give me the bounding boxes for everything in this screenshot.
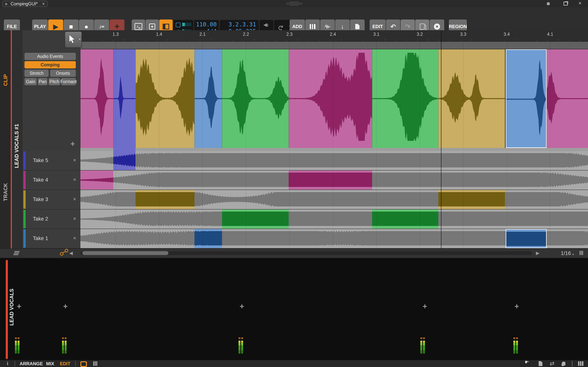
pitch-button[interactable]: Pitch (49, 78, 60, 85)
take-used-segment[interactable] (194, 229, 222, 248)
h-scrollbar[interactable] (80, 251, 532, 255)
take-lane-1[interactable] (80, 229, 588, 249)
take-lane-2[interactable] (80, 209, 588, 229)
take-lane-4[interactable] (80, 170, 588, 190)
transport-bar: FILE PLAY ▶ ■ ● ♪w + ♪w + ⇄ 110.00 4/4 3… (0, 7, 588, 31)
session-indicator (547, 2, 550, 5)
add-device-button-2[interactable]: + (63, 302, 68, 311)
h-scrollbar-thumb[interactable] (82, 251, 168, 255)
scroll-right-icon[interactable]: ▶ (536, 250, 539, 256)
delete-icon: × (434, 24, 440, 30)
add-device-button-4[interactable]: + (423, 302, 427, 311)
chain-meter-2 (62, 338, 67, 354)
tab-play-icon: ▶ (5, 2, 8, 6)
add-take-button[interactable]: + (70, 140, 75, 148)
onsets-button[interactable]: Onsets (50, 70, 76, 77)
take-header-5[interactable]: Take 5× (23, 151, 80, 170)
document-tab[interactable]: ▶ CompingGUI* × (2, 1, 48, 7)
comping-button[interactable]: Comping (25, 61, 76, 68)
loop-icon[interactable]: ↻ (277, 25, 285, 31)
ruler-tick: 3.2 (417, 32, 423, 37)
stretch-button[interactable]: Stretch (25, 70, 49, 77)
info-icon[interactable]: i (7, 360, 8, 367)
arrange-tab[interactable]: ARRANGE (19, 361, 43, 367)
grid-size-value[interactable]: 1/16 ▴ (561, 250, 574, 256)
comp-section-green[interactable] (222, 49, 289, 148)
take-lane-list (80, 151, 588, 249)
document-title: CompingGUI* (10, 1, 38, 7)
punch-in-icon[interactable]: ◀‖ (263, 22, 268, 28)
take-header-2[interactable]: Take 2× (23, 209, 80, 229)
take-remove-button[interactable]: × (73, 216, 76, 222)
ruler-tick: 2.3 (286, 32, 293, 37)
take-header-4[interactable]: Take 4× (23, 170, 80, 190)
take-remove-button[interactable]: × (73, 196, 76, 202)
take-lane-5[interactable] (80, 151, 588, 170)
mix-tab[interactable]: MIX (46, 361, 54, 367)
link-takes-icon[interactable] (61, 250, 67, 254)
audio-events-button[interactable]: Audio Events (25, 53, 76, 60)
edit-tab[interactable]: EDIT (60, 361, 70, 367)
take-used-segment[interactable] (506, 229, 547, 248)
timeline-ruler[interactable]: 1.31.42.12.22.32.43.13.23.33.44.1 (80, 30, 588, 42)
take-used-segment[interactable] (372, 209, 438, 229)
clip-tab[interactable]: CLIP (3, 74, 9, 86)
bitwig-window: ▶ CompingGUI* × × FILE PLAY ▶ ■ ● ♪w + ♪… (0, 0, 588, 367)
comp-section-blue[interactable] (506, 49, 547, 148)
formant-button[interactable]: Formant (61, 78, 76, 85)
scroll-left-icon[interactable]: ◀ (69, 250, 73, 256)
take-used-segment[interactable] (222, 209, 289, 229)
ruler-tick: 2.1 (199, 32, 206, 37)
comp-section-olive[interactable] (136, 49, 194, 148)
comp-section-blue[interactable] (194, 49, 222, 148)
add-device-button-3[interactable]: + (240, 302, 244, 311)
clip-editor: CLIP TRACK 1.31.42.12.22.32.43.13.23.33.… (0, 30, 588, 258)
take-remove-button[interactable]: × (73, 235, 76, 241)
add-device-button[interactable]: + (17, 302, 21, 311)
comp-section-olive[interactable] (438, 49, 505, 148)
pan-button[interactable]: Pan (38, 78, 47, 85)
single-panel-layout-icon[interactable] (80, 361, 87, 367)
comp-section-magenta[interactable] (547, 49, 588, 148)
take-used-segment[interactable] (113, 151, 136, 170)
dual-panel-layout-icon[interactable] (93, 361, 94, 366)
song-position-value[interactable]: 3.2.3.31 (229, 21, 256, 28)
comp-section-magenta[interactable] (80, 49, 113, 148)
ruler-tick: 3.1 (373, 32, 379, 37)
clip-loop-band[interactable] (80, 42, 588, 49)
cursor-tool-button[interactable]: ▾ (65, 31, 82, 48)
close-window-button[interactable]: × (579, 0, 581, 6)
take-header-3[interactable]: Take 3× (23, 190, 80, 209)
layers-icon[interactable] (14, 251, 19, 252)
comp-source-strip (80, 148, 588, 151)
take-used-segment[interactable] (80, 170, 113, 190)
file-icon (355, 24, 359, 29)
ruler-tick: 3.4 (504, 32, 510, 37)
on-screen-keyboard-icon[interactable] (578, 361, 583, 366)
cursor-icon (69, 34, 75, 44)
take-used-segment[interactable] (136, 190, 194, 209)
take-name: Take 3 (33, 197, 48, 202)
take-lane-3[interactable] (80, 190, 588, 209)
take-remove-button[interactable]: × (73, 177, 76, 183)
comp-section-indigo[interactable] (113, 49, 136, 148)
take-used-segment[interactable] (438, 190, 505, 209)
take-header-1[interactable]: Take 1× (23, 229, 80, 249)
grid-settings-icon[interactable] (579, 251, 580, 255)
status-bar: i ARRANGE MIX EDIT ⇄ (0, 360, 588, 367)
take-used-segment[interactable] (289, 170, 372, 190)
tab-close-icon[interactable]: × (42, 1, 45, 7)
device-panel: LEAD VOCALS + DE-ESSER ○→ 4.49 kHz 4 10 … (0, 258, 588, 360)
ruler-tick: 2.4 (330, 32, 336, 37)
add-device-button-5[interactable]: + (515, 302, 519, 311)
touch-mode-icon[interactable] (562, 362, 565, 366)
take-remove-button[interactable]: × (73, 157, 76, 163)
comp-section-magenta[interactable] (289, 49, 372, 148)
io-swap-icon[interactable]: ⇄ (550, 360, 554, 367)
restore-window-button[interactable] (563, 2, 568, 6)
comp-section-green[interactable] (372, 49, 438, 148)
gain-button[interactable]: Gain (25, 78, 37, 85)
tempo-value[interactable]: 110.00 (196, 21, 217, 28)
inspector-panel-icon[interactable] (539, 361, 543, 366)
piano-icon (310, 24, 315, 29)
